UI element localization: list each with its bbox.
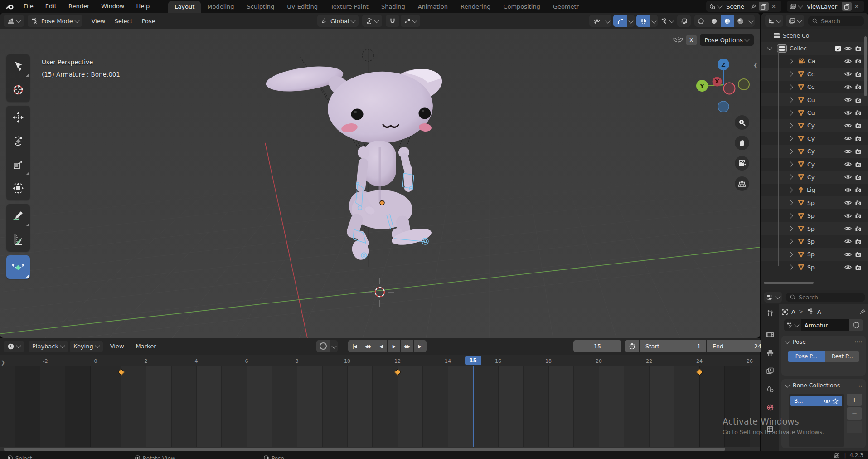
shading-wireframe-button[interactable] bbox=[694, 15, 708, 27]
timeline-editor-type-button[interactable] bbox=[4, 341, 24, 352]
tab-object[interactable] bbox=[761, 420, 779, 438]
hide-eye-icon[interactable] bbox=[844, 239, 852, 244]
pose-position-button[interactable]: Pose P... bbox=[788, 351, 825, 362]
workspace-tab-modeling[interactable]: Modeling bbox=[201, 1, 240, 13]
outliner-row-sp-11[interactable]: Sp bbox=[761, 196, 868, 209]
cursor-tool-button[interactable] bbox=[6, 78, 30, 102]
tab-render[interactable] bbox=[761, 326, 779, 344]
hide-eye-icon[interactable] bbox=[844, 226, 852, 231]
show-gizmo-toggle[interactable] bbox=[613, 15, 627, 27]
outliner-row-cy-7[interactable]: Cy bbox=[761, 145, 868, 158]
visibility-chevron[interactable] bbox=[604, 15, 611, 27]
zoom-button[interactable] bbox=[735, 115, 749, 130]
viewport-menu-select[interactable]: Select bbox=[110, 18, 137, 24]
pose-panel-title[interactable]: Pose bbox=[793, 338, 806, 345]
outliner-row-cy-5[interactable]: Cy bbox=[761, 119, 868, 132]
rest-position-button[interactable]: Rest P... bbox=[825, 351, 859, 362]
expand-chevron-icon[interactable] bbox=[788, 265, 793, 270]
scene-selector[interactable]: Scene ✕ bbox=[706, 1, 781, 12]
current-frame-badge[interactable]: 15 bbox=[465, 356, 481, 365]
expand-chevron-icon[interactable] bbox=[788, 252, 793, 257]
solo-star-icon[interactable] bbox=[832, 398, 839, 404]
ortho-toggle-button[interactable] bbox=[735, 176, 749, 191]
pose-options-dropdown[interactable]: Pose Options bbox=[700, 34, 754, 46]
disable-render-camera-icon[interactable] bbox=[855, 122, 862, 128]
disable-render-camera-icon[interactable] bbox=[855, 187, 862, 193]
bone-collection-extra-button[interactable] bbox=[847, 421, 862, 433]
expand-chevron-icon[interactable] bbox=[788, 187, 793, 192]
timeline-hscrollbar[interactable] bbox=[4, 448, 725, 451]
expand-chevron-icon[interactable] bbox=[788, 226, 793, 231]
outliner-row-cy-6[interactable]: Cy bbox=[761, 132, 868, 145]
jump-to-start-button[interactable]: |◀ bbox=[348, 340, 361, 352]
hide-eye-icon[interactable] bbox=[844, 46, 852, 51]
timeline-channels[interactable] bbox=[0, 366, 760, 447]
snap-target-selector[interactable] bbox=[401, 15, 420, 27]
disable-render-camera-icon[interactable] bbox=[855, 45, 862, 51]
play-reverse-button[interactable]: ◀ bbox=[374, 340, 387, 352]
disable-render-camera-icon[interactable] bbox=[855, 174, 862, 180]
collapse-chevron-icon[interactable] bbox=[767, 45, 772, 50]
disable-render-camera-icon[interactable] bbox=[855, 148, 862, 154]
disable-render-camera-icon[interactable] bbox=[855, 58, 862, 64]
hide-eye-icon[interactable] bbox=[844, 149, 852, 154]
menu-file[interactable]: File bbox=[18, 0, 39, 13]
outliner-vscrollbar[interactable] bbox=[864, 36, 867, 96]
keyframe-diamond-frame-12[interactable] bbox=[394, 369, 402, 376]
outliner-row-cc-2[interactable]: Cc bbox=[761, 81, 868, 93]
add-bone-collection-button[interactable]: + bbox=[847, 394, 862, 406]
remove-bone-collection-button[interactable]: − bbox=[847, 407, 862, 420]
outliner-filter-button[interactable] bbox=[786, 15, 804, 27]
outliner-search[interactable]: Search bbox=[808, 16, 864, 26]
measure-tool-button[interactable] bbox=[6, 228, 30, 251]
auto-key-chevron[interactable] bbox=[330, 340, 338, 352]
hide-eye-icon[interactable] bbox=[844, 97, 852, 103]
shading-rendered-button[interactable] bbox=[734, 15, 747, 27]
outliner-row-cy-9[interactable]: Cy bbox=[761, 171, 868, 183]
annotate-tool-button[interactable] bbox=[6, 204, 30, 228]
viewport-menu-view[interactable]: View bbox=[87, 18, 110, 24]
timeline-menu-marker[interactable]: Marker bbox=[131, 343, 161, 350]
breadcrumb-data[interactable]: A bbox=[817, 308, 821, 315]
gizmo-x-neg-axis[interactable] bbox=[724, 83, 735, 94]
hide-eye-icon[interactable] bbox=[844, 110, 852, 116]
tab-view-layer[interactable] bbox=[761, 362, 779, 380]
bone-collections-list[interactable]: B... bbox=[789, 394, 844, 447]
outliner-row-collection[interactable]: Collec bbox=[761, 42, 868, 54]
collection-checkbox[interactable] bbox=[835, 45, 841, 52]
breadcrumb-object[interactable]: A bbox=[791, 308, 795, 315]
pose-breakdowner-tool-button[interactable] bbox=[6, 255, 30, 279]
expand-chevron-icon[interactable] bbox=[788, 123, 793, 128]
datablock-name-field[interactable]: Armatur... bbox=[801, 319, 849, 331]
xray-toggle[interactable] bbox=[677, 15, 691, 27]
outliner-editor-type-button[interactable] bbox=[765, 15, 783, 27]
expand-chevron-icon[interactable] bbox=[788, 175, 793, 180]
new-scene-icon[interactable] bbox=[759, 2, 769, 11]
timeline-overlap-arrow[interactable]: ❯ bbox=[1, 360, 5, 366]
workspace-tab-compositing[interactable]: Compositing bbox=[497, 1, 547, 13]
pin-icon[interactable] bbox=[749, 2, 759, 11]
disable-render-camera-icon[interactable] bbox=[855, 84, 862, 90]
tab-world[interactable] bbox=[761, 398, 779, 416]
hide-eye-icon[interactable] bbox=[844, 136, 852, 141]
pan-button[interactable] bbox=[735, 136, 749, 150]
workspace-tab-uv-editing[interactable]: UV Editing bbox=[281, 1, 324, 13]
outliner-row-sp-16[interactable]: Sp bbox=[761, 261, 868, 273]
expand-chevron-icon[interactable] bbox=[788, 72, 793, 77]
playhead[interactable] bbox=[473, 366, 474, 447]
outliner-row-ca-0[interactable]: Ca bbox=[761, 55, 868, 68]
expand-chevron-icon[interactable] bbox=[788, 97, 793, 102]
panel-grip[interactable]: :: bbox=[858, 383, 863, 388]
outliner-row-sp-15[interactable]: Sp bbox=[761, 248, 868, 261]
orientation-selector[interactable]: Global bbox=[317, 15, 359, 27]
outliner-row-cu-4[interactable]: Cu bbox=[761, 106, 868, 119]
workspace-tab-texture-paint[interactable]: Texture Paint bbox=[324, 1, 375, 13]
navigation-gizmo[interactable]: X Z Y bbox=[691, 56, 752, 115]
menu-render[interactable]: Render bbox=[63, 0, 95, 13]
shading-solid-button[interactable] bbox=[708, 15, 721, 27]
move-tool-button[interactable] bbox=[6, 106, 30, 129]
blender-logo-icon[interactable] bbox=[0, 3, 18, 10]
bone-collections-title[interactable]: Bone Collections bbox=[793, 382, 840, 389]
tab-output[interactable] bbox=[761, 344, 779, 362]
expand-chevron-icon[interactable] bbox=[788, 59, 793, 63]
